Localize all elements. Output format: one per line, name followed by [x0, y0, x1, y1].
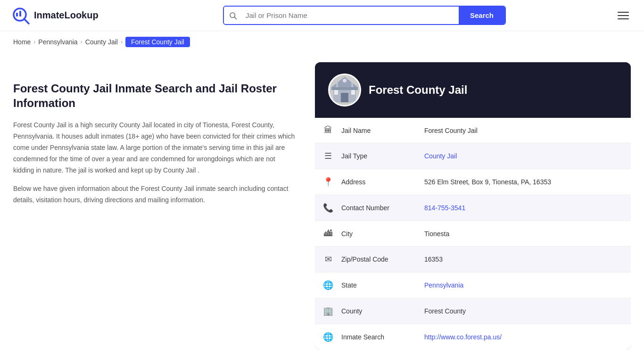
svg-rect-14 — [351, 82, 353, 87]
row-value: 16353 — [417, 248, 631, 271]
row-label: Zip/Postal Code — [341, 248, 417, 271]
row-label: Address — [341, 171, 417, 193]
search-area: Search — [124, 6, 604, 25]
row-value: Forest County — [417, 300, 631, 322]
svg-rect-8 — [341, 93, 348, 102]
svg-rect-13 — [336, 82, 338, 87]
svg-line-5 — [234, 17, 236, 19]
svg-rect-9 — [334, 90, 338, 95]
row-value[interactable]: http://www.co.forest.pa.us/ — [417, 326, 631, 348]
svg-rect-7 — [331, 87, 358, 90]
left-panel: Forest County Jail Inmate Search and Jai… — [13, 62, 315, 350]
search-icon-wrap — [224, 7, 242, 24]
breadcrumb: Home › Pennsylvania › County Jail › Fore… — [0, 31, 644, 53]
description-paragraph-2: Below we have given information about th… — [13, 183, 296, 206]
table-row: 🌐StatePennsylvania — [315, 272, 631, 298]
breadcrumb-current: Forest County Jail — [125, 37, 190, 47]
table-row: 📞Contact Number814-755-3541 — [315, 195, 631, 221]
breadcrumb-home[interactable]: Home — [13, 38, 31, 46]
breadcrumb-type[interactable]: County Jail — [85, 38, 118, 46]
row-icon: 🏙 — [315, 221, 341, 246]
table-row: 🏙CityTionesta — [315, 221, 631, 247]
row-icon: 🌐 — [315, 324, 341, 350]
card-header: Forest County Jail — [315, 62, 631, 118]
breadcrumb-sep-3: › — [121, 39, 123, 45]
jail-avatar — [328, 74, 361, 107]
site-header: InmateLookup Search — [0, 0, 644, 31]
row-link[interactable]: County Jail — [424, 152, 457, 160]
hamburger-line-1 — [618, 12, 629, 13]
info-table: 🏛Jail NameForest County Jail☰Jail TypeCo… — [315, 118, 631, 350]
search-icon — [229, 11, 237, 20]
row-label: Jail Name — [341, 119, 417, 142]
row-value: 526 Elm Street, Box 9, Tionesta, PA, 163… — [417, 171, 631, 193]
row-label: County — [341, 300, 417, 322]
row-label: City — [341, 222, 417, 245]
row-link[interactable]: http://www.co.forest.pa.us/ — [424, 333, 502, 341]
search-form: Search — [223, 6, 506, 25]
row-icon: ✉ — [315, 247, 341, 272]
row-label: State — [341, 274, 417, 296]
hamburger-line-2 — [618, 15, 629, 16]
row-icon: ☰ — [315, 143, 341, 169]
hamburger-line-3 — [618, 18, 629, 19]
jail-building-icon — [330, 75, 360, 105]
description-paragraph-1: Forest County Jail is a high security Co… — [13, 120, 296, 176]
hamburger-button[interactable] — [614, 8, 633, 23]
breadcrumb-state[interactable]: Pennsylvania — [38, 38, 77, 46]
row-label: Jail Type — [341, 145, 417, 167]
row-value[interactable]: County Jail — [417, 145, 631, 167]
logo-link[interactable]: InmateLookup — [11, 6, 115, 25]
card-title: Forest County Jail — [369, 83, 467, 97]
info-card: Forest County Jail 🏛Jail NameForest Coun… — [315, 62, 631, 350]
row-value[interactable]: 814-755-3541 — [417, 197, 631, 219]
breadcrumb-sep-2: › — [81, 39, 83, 45]
search-input[interactable] — [242, 7, 459, 24]
row-value: Tionesta — [417, 222, 631, 245]
table-row: 🌐Inmate Searchhttp://www.co.forest.pa.us… — [315, 324, 631, 350]
table-row: ✉Zip/Postal Code16353 — [315, 247, 631, 272]
main-content: Forest County Jail Inmate Search and Jai… — [0, 53, 644, 359]
logo-icon — [11, 6, 30, 25]
table-row: 🏛Jail NameForest County Jail — [315, 118, 631, 143]
row-icon: 🏢 — [315, 298, 341, 324]
table-row: 📍Address526 Elm Street, Box 9, Tionesta,… — [315, 169, 631, 195]
row-icon: 📍 — [315, 169, 341, 195]
row-link[interactable]: Pennsylvania — [424, 281, 463, 289]
search-button[interactable]: Search — [459, 7, 505, 24]
svg-rect-10 — [351, 90, 355, 95]
breadcrumb-sep-1: › — [33, 39, 35, 45]
page-title: Forest County Jail Inmate Search and Jai… — [13, 81, 296, 110]
svg-rect-3 — [19, 11, 21, 16]
row-value: Forest County Jail — [417, 119, 631, 142]
row-icon: 🏛 — [315, 118, 341, 143]
table-row: ☰Jail TypeCounty Jail — [315, 143, 631, 169]
svg-rect-2 — [16, 13, 18, 16]
table-row: 🏢CountyForest County — [315, 298, 631, 324]
row-icon: 📞 — [315, 195, 341, 221]
row-label: Inmate Search — [341, 326, 417, 348]
svg-rect-12 — [343, 79, 347, 82]
logo-text: InmateLookup — [34, 10, 99, 21]
row-icon: 🌐 — [315, 272, 341, 298]
row-label: Contact Number — [341, 197, 417, 219]
row-link[interactable]: 814-755-3541 — [424, 204, 465, 212]
row-value[interactable]: Pennsylvania — [417, 274, 631, 296]
svg-line-1 — [24, 19, 29, 24]
